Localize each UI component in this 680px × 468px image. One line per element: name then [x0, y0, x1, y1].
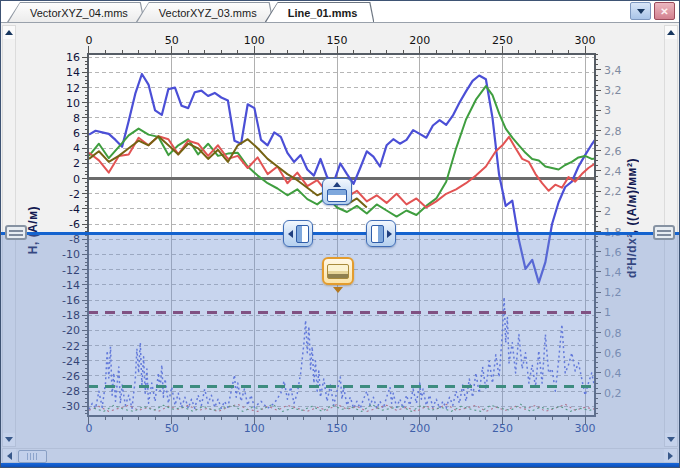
svg-text:-8: -8: [69, 233, 80, 246]
svg-text:2,8: 2,8: [604, 125, 622, 138]
up-arrow-icon: [667, 30, 675, 35]
scroll-left-button[interactable]: [3, 449, 16, 462]
tab-bar: VectorXYZ_04.mms VectorXYZ_03.mms Line_0…: [1, 1, 679, 23]
dock-bottom-handle-button[interactable]: [322, 257, 354, 297]
right-arrow-icon: [668, 452, 673, 460]
svg-text:300: 300: [575, 422, 596, 435]
svg-text:2,2: 2,2: [604, 185, 622, 198]
svg-text:200: 200: [409, 34, 430, 47]
svg-text:6: 6: [73, 127, 80, 140]
svg-text:150: 150: [327, 422, 348, 435]
scroll-down-button[interactable]: [665, 433, 677, 446]
right-arrow-icon: [387, 230, 392, 238]
down-arrow-icon: [5, 437, 13, 442]
shift-right-handle-button[interactable]: [366, 220, 396, 247]
svg-text:0: 0: [73, 173, 80, 186]
svg-text:100: 100: [244, 34, 265, 47]
svg-text:50: 50: [165, 34, 179, 47]
svg-text:-28: -28: [62, 385, 80, 398]
svg-text:8: 8: [73, 112, 80, 125]
right-axis-title: d²H/dx², ((А/м)/мм²): [625, 158, 639, 278]
svg-text:-2: -2: [69, 188, 80, 201]
svg-text:-4: -4: [69, 203, 80, 216]
svg-text:14: 14: [66, 66, 80, 79]
band-left-edge-grip[interactable]: [5, 225, 27, 240]
svg-text:1,6: 1,6: [604, 246, 622, 259]
chart-plot[interactable]: 0050501001001501502002002502503003001614…: [16, 23, 664, 439]
svg-text:-16: -16: [62, 294, 80, 307]
horizontal-scrollbar[interactable]: [2, 448, 678, 463]
svg-text:-18: -18: [62, 309, 80, 322]
svg-text:-10: -10: [62, 248, 80, 261]
window-bottom-accent: [1, 463, 679, 467]
tab-list-dropdown-button[interactable]: [630, 2, 651, 20]
chart-content-area: 0050501001001501502002002502503003001614…: [1, 23, 679, 463]
dock-bottom-icon: [327, 264, 349, 279]
left-axis-title: H, (А/м): [26, 206, 40, 254]
shift-left-handle-button[interactable]: [283, 220, 313, 247]
svg-text:100: 100: [244, 422, 265, 435]
tab-vectorxyz-03[interactable]: VectorXYZ_03.mms: [136, 2, 274, 22]
svg-text:12: 12: [66, 82, 80, 95]
svg-text:250: 250: [492, 34, 513, 47]
svg-text:2,4: 2,4: [604, 165, 622, 178]
svg-text:-30: -30: [62, 400, 80, 413]
svg-text:1,8: 1,8: [604, 226, 622, 239]
dock-top-icon: [327, 189, 347, 202]
band-right-edge-grip[interactable]: [653, 225, 675, 240]
svg-text:-14: -14: [62, 279, 80, 292]
svg-text:3: 3: [604, 104, 611, 117]
horizontal-scrollbar-thumb[interactable]: [18, 450, 47, 463]
svg-text:-12: -12: [62, 264, 80, 277]
dropdown-arrow-icon: [637, 9, 645, 14]
svg-text:-24: -24: [62, 355, 80, 368]
scroll-up-button[interactable]: [3, 26, 15, 39]
tab-vectorxyz-04[interactable]: VectorXYZ_04.mms: [7, 2, 145, 22]
svg-text:0,4: 0,4: [604, 367, 622, 380]
tab-label: Line_01.mms: [266, 3, 374, 23]
svg-text:0: 0: [85, 34, 92, 47]
svg-text:4: 4: [73, 142, 80, 155]
tab-line-01-active[interactable]: Line_01.mms: [265, 2, 375, 22]
svg-text:1,4: 1,4: [604, 266, 622, 279]
svg-text:50: 50: [165, 422, 179, 435]
scroll-down-button[interactable]: [3, 433, 15, 446]
left-arrow-icon: [7, 452, 12, 460]
svg-text:-22: -22: [62, 340, 80, 353]
svg-text:250: 250: [492, 422, 513, 435]
svg-text:16: 16: [66, 51, 80, 64]
tab-actions: ✕: [630, 2, 675, 20]
svg-text:-6: -6: [69, 218, 80, 231]
svg-text:300: 300: [575, 34, 596, 47]
svg-text:1,2: 1,2: [604, 286, 622, 299]
svg-text:0,6: 0,6: [604, 347, 622, 360]
svg-text:2: 2: [604, 205, 611, 218]
close-tab-button[interactable]: ✕: [654, 2, 675, 20]
close-icon: ✕: [660, 6, 668, 17]
up-arrow-icon: [5, 30, 13, 35]
up-arrow-icon: [333, 182, 341, 187]
tab-label: VectorXYZ_03.mms: [137, 3, 273, 23]
svg-text:1: 1: [604, 306, 611, 319]
svg-text:-26: -26: [62, 370, 80, 383]
svg-text:3,2: 3,2: [604, 84, 622, 97]
chart-document-window: VectorXYZ_04.mms VectorXYZ_03.mms Line_0…: [0, 0, 680, 468]
svg-text:2: 2: [73, 157, 80, 170]
grip-lines-icon: [27, 453, 39, 460]
tab-label: VectorXYZ_04.mms: [8, 3, 144, 23]
svg-text:10: 10: [66, 97, 80, 110]
dock-right-icon: [371, 225, 384, 243]
svg-text:-20: -20: [62, 324, 80, 337]
svg-text:0,8: 0,8: [604, 327, 622, 340]
svg-text:2,6: 2,6: [604, 145, 622, 158]
dock-left-icon: [296, 225, 309, 243]
scroll-up-button[interactable]: [665, 26, 677, 39]
scroll-right-button[interactable]: [664, 449, 677, 462]
left-arrow-icon: [288, 230, 293, 238]
dock-top-handle-button[interactable]: [322, 178, 352, 205]
svg-text:3,4: 3,4: [604, 64, 622, 77]
down-arrow-icon: [333, 287, 343, 293]
dock-bottom-handle-box: [322, 257, 354, 285]
svg-text:200: 200: [409, 422, 430, 435]
svg-text:0: 0: [85, 422, 92, 435]
